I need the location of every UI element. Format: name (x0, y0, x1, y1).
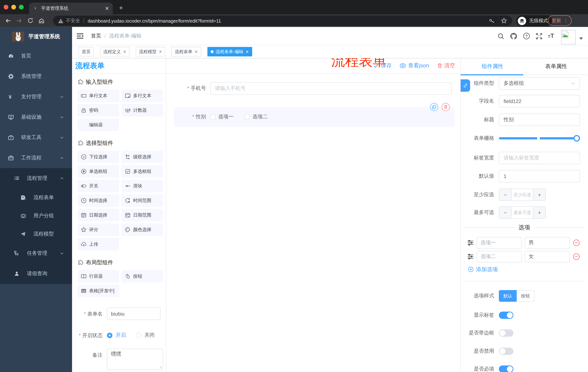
tag-close-icon[interactable]: ✕ (159, 49, 162, 54)
sidebar-item-process-model[interactable]: 流程模型 (0, 225, 72, 243)
tab-close-icon[interactable]: ✕ (105, 5, 109, 11)
sidebar-item-workflow[interactable]: 工作流程 (0, 148, 72, 168)
default-value-input[interactable]: 1 (499, 170, 580, 182)
palette-item-time-range[interactable]: 时间范围 (122, 194, 163, 207)
radio-off[interactable] (136, 332, 141, 338)
show-label-switch[interactable] (499, 312, 514, 319)
tag-close-icon[interactable]: ✕ (245, 49, 249, 54)
palette-item-date-picker[interactable]: 日期选择 (77, 209, 119, 221)
sidebar-item-home[interactable]: 首页 (0, 46, 72, 66)
tag-process-form-edit[interactable]: 流程表单-编辑✕ (207, 47, 252, 56)
option2-value-input[interactable]: 女 (525, 251, 570, 262)
close-window-button[interactable] (4, 5, 8, 10)
search-icon[interactable] (497, 32, 504, 40)
not-secure-icon[interactable] (58, 18, 63, 23)
stepper-input[interactable]: 至少应选 (512, 189, 533, 201)
form-remark-textarea[interactable]: 嘿嘿 (107, 349, 163, 370)
sidebar-item-user-group[interactable]: 用户分组 (0, 207, 72, 225)
field-name-input[interactable]: field122 (499, 95, 580, 107)
tag-process-definition[interactable]: 流程定义✕ (100, 47, 129, 56)
add-option-button[interactable]: 添加选项 (468, 266, 588, 273)
stepper-plus-button[interactable]: + (533, 207, 546, 218)
tag-close-icon[interactable]: ✕ (194, 49, 198, 54)
palette-item-password[interactable]: 密码 (77, 104, 119, 117)
tag-process-model[interactable]: 流程模型✕ (136, 47, 165, 56)
remove-option-icon[interactable] (573, 239, 580, 246)
avatar-dropdown-caret[interactable] (579, 37, 583, 40)
field-gender-selected[interactable]: 性别 选项一 选项二 (174, 107, 454, 127)
form-name-input[interactable]: biubiu (107, 308, 160, 320)
palette-item-switch[interactable]: 开关 (77, 180, 119, 192)
minimize-window-button[interactable] (11, 5, 16, 10)
bookmark-star-icon[interactable] (501, 18, 507, 24)
drag-handle-icon[interactable] (467, 253, 474, 260)
palette-item-slider[interactable]: 滑块 (122, 180, 163, 192)
stepper-minus-button[interactable]: − (499, 207, 512, 218)
grid-slider[interactable] (499, 132, 580, 145)
phone-input[interactable]: 请输入手机号 (210, 82, 452, 95)
border-switch[interactable] (499, 329, 514, 337)
palette-item-upload[interactable]: 上传 (77, 238, 119, 250)
browser-menu-icon[interactable]: ⋮ (564, 18, 568, 23)
drag-handle-icon[interactable] (467, 239, 474, 246)
tag-home[interactable]: 首页 (79, 47, 94, 56)
remove-option-icon[interactable] (573, 253, 580, 260)
window-controls[interactable] (4, 5, 24, 10)
password-key-icon[interactable] (489, 18, 495, 24)
browser-tab[interactable]: 芋道管理系统 ✕ (29, 2, 113, 14)
title-input[interactable]: 性别 (499, 114, 580, 126)
palette-item-date-range[interactable]: 日期范围 (122, 209, 163, 221)
palette-item-radio-group[interactable]: 单选框组 (77, 165, 119, 178)
required-switch[interactable] (499, 365, 514, 372)
fullscreen-icon[interactable] (536, 32, 543, 40)
palette-item-checkbox-group[interactable]: 多选框组 (122, 165, 163, 178)
field-phone[interactable]: 手机号 请输入手机号 (174, 82, 452, 95)
maximize-window-button[interactable] (19, 5, 24, 10)
option1-label-input[interactable]: 选项一 (477, 237, 522, 249)
palette-item-editor[interactable]: 编辑器 (77, 119, 119, 131)
palette-item-button[interactable]: 按钮 (122, 270, 163, 282)
style-button-button[interactable]: 按钮 (517, 290, 535, 302)
tag-close-icon[interactable]: ✕ (123, 49, 126, 54)
back-icon[interactable] (5, 17, 11, 24)
view-json-button[interactable]: 查看json (400, 62, 429, 69)
tab-component-props[interactable]: 组件属性 (461, 58, 524, 74)
copy-component-button[interactable] (430, 103, 438, 111)
sidebar-item-infra[interactable]: 基础设施 (0, 107, 72, 128)
clear-button[interactable]: 清空 (437, 62, 455, 69)
resize-handle[interactable] (159, 366, 162, 369)
disabled-switch[interactable] (499, 348, 514, 355)
new-tab-button[interactable]: + (119, 4, 123, 12)
option1-value-input[interactable]: 男 (525, 237, 570, 249)
palette-item-time-picker[interactable]: 时间选择 (77, 194, 119, 207)
address-bar[interactable]: 不安全 dashboard.yudao.iocoder.cn/bpm/manag… (53, 16, 512, 26)
label-width-input[interactable]: 请输入标签宽度 (499, 152, 580, 164)
palette-item-table[interactable]: 表格[开发中] (77, 285, 119, 297)
stepper-minus-button[interactable]: − (499, 189, 512, 201)
sidebar-item-task-management[interactable]: 任务管理 (0, 243, 72, 264)
palette-item-counter[interactable]: 123 计数器 (122, 104, 163, 117)
style-default-button[interactable]: 默认 (499, 290, 517, 302)
github-icon[interactable] (510, 32, 517, 40)
sidebar-item-devtools[interactable]: 研发工具 (0, 128, 72, 148)
checkbox-option1[interactable] (210, 114, 215, 119)
sidebar-item-leave-query[interactable]: 请假查询 (0, 264, 72, 284)
sidebar-item-system[interactable]: 系统管理 (0, 66, 72, 87)
palette-item-color-picker[interactable]: 颜色选择 (122, 223, 163, 236)
home-icon[interactable] (38, 17, 45, 24)
link-badge[interactable] (461, 79, 470, 92)
option2-label-input[interactable]: 选项二 (477, 251, 522, 262)
palette-item-select[interactable]: 下拉选择 (77, 151, 119, 163)
update-button[interactable]: 更新 ⋮ (548, 15, 572, 26)
delete-component-button[interactable] (442, 103, 450, 111)
font-size-icon[interactable]: TT (548, 32, 554, 40)
sidebar-item-pay[interactable]: ¥ 支付管理 (0, 87, 72, 107)
component-type-select[interactable]: 多选框组 (499, 77, 580, 90)
palette-item-single-line-text[interactable]: 单行文本 (77, 90, 119, 102)
avatar[interactable] (561, 30, 576, 44)
stepper-input[interactable]: 最多可选 (512, 207, 533, 218)
tag-process-form[interactable]: 流程表单✕ (172, 47, 201, 56)
breadcrumb-home[interactable]: 首页 (91, 33, 101, 39)
slider-handle[interactable] (573, 135, 580, 142)
palette-item-multi-line-text[interactable]: 多行文本 (122, 90, 163, 102)
